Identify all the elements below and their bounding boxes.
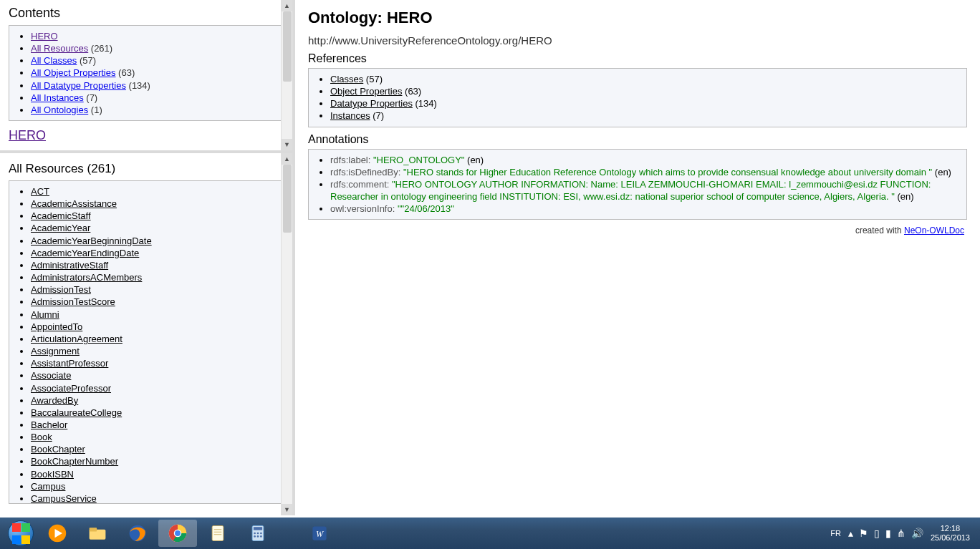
start-button[interactable] <box>4 520 37 547</box>
all-resources-heading: All Resources (261) <box>9 162 284 176</box>
resource-link[interactable]: BaccalaureateCollege <box>31 407 122 418</box>
svg-point-18 <box>254 535 256 538</box>
resource-link[interactable]: AdministrativeStaff <box>31 260 108 271</box>
annotation-value: "HERO stands for Higher Education Refere… <box>403 167 932 178</box>
svg-point-19 <box>257 535 259 538</box>
reference-item: Classes (57) <box>330 73 961 85</box>
resource-item: AcademicYearEndingDate <box>31 247 277 259</box>
reference-link[interactable]: Classes <box>330 74 363 84</box>
resource-item: AcademicYear <box>31 222 277 234</box>
media-player-icon[interactable] <box>38 520 77 547</box>
resource-link[interactable]: AppointedTo <box>31 321 82 332</box>
reference-link[interactable]: Object Properties <box>330 86 402 97</box>
resource-link[interactable]: BookISBN <box>31 469 74 480</box>
resource-link[interactable]: Alumni <box>31 309 59 320</box>
resource-link[interactable]: AcademicStaff <box>31 210 91 221</box>
resource-item: ACT <box>31 185 277 198</box>
firefox-icon[interactable] <box>118 520 157 547</box>
resource-item: BookChapter <box>31 443 277 455</box>
annotation-item: rdfs:label: "HERO_ONTOLOGY" (en) <box>330 154 961 166</box>
resource-item: BookISBN <box>31 468 277 480</box>
resource-item: Associate <box>31 369 277 382</box>
calculator-icon[interactable] <box>239 520 277 547</box>
annotation-lang: (en) <box>932 167 951 178</box>
resource-link[interactable]: AcademicYear <box>31 223 90 233</box>
resource-link[interactable]: AcademicYearEndingDate <box>31 248 139 258</box>
show-hidden-icon[interactable]: ▴ <box>848 528 853 539</box>
annotation-value: "HERO ONTOLOGY AUTHOR INFORMATION: Name:… <box>330 179 931 202</box>
clock[interactable]: 12:18 25/06/2013 <box>931 524 970 543</box>
contents-count: (57) <box>77 55 96 66</box>
resource-link[interactable]: ACT <box>31 186 49 197</box>
contents-item: All Ontologies (1) <box>31 104 277 116</box>
scroll-up-icon[interactable]: ▲ <box>282 153 293 165</box>
resource-link[interactable]: AssociateProfessor <box>31 383 111 394</box>
word-icon[interactable]: W <box>300 520 339 547</box>
flag-icon[interactable]: ⚑ <box>859 528 868 539</box>
resource-link[interactable]: Campus <box>31 481 65 492</box>
resource-item: AssociateProfessor <box>31 382 277 394</box>
contents-count: (134) <box>126 80 150 91</box>
resource-link[interactable]: Bachelor <box>31 419 67 430</box>
resource-link[interactable]: AdmissionTest <box>31 284 91 295</box>
scroll-down-icon[interactable]: ▼ <box>282 504 293 515</box>
scroll-up-icon[interactable]: ▲ <box>282 0 293 11</box>
resource-link[interactable]: CampusService <box>31 493 97 504</box>
network-icon[interactable]: ▮ <box>885 528 891 539</box>
notepad-icon[interactable] <box>198 520 237 547</box>
language-indicator[interactable]: FR <box>830 529 841 538</box>
contents-link[interactable]: All Object Properties <box>31 67 116 78</box>
resource-link[interactable]: Book <box>31 432 52 442</box>
contents-item: All Resources (261) <box>31 42 277 54</box>
resource-link[interactable]: AcademicYearBeginningDate <box>31 235 152 246</box>
annotations-heading: Annotations <box>308 133 967 146</box>
resource-link[interactable]: AdmissionTestScore <box>31 296 115 307</box>
resource-item: Book <box>31 431 277 443</box>
file-explorer-icon[interactable] <box>78 520 117 547</box>
resource-item: AppointedTo <box>31 321 277 333</box>
hero-heading-link[interactable]: HERO <box>9 128 284 143</box>
wifi-icon[interactable]: ⋔ <box>897 528 905 539</box>
reference-link[interactable]: Datatype Properties <box>330 98 413 109</box>
resource-item: Campus <box>31 480 277 492</box>
resource-link[interactable]: AcademicAssistance <box>31 198 117 209</box>
annotation-item: rdfs:comment: "HERO ONTOLOGY AUTHOR INFO… <box>330 178 961 203</box>
reference-count: (57) <box>363 74 383 84</box>
contents-link[interactable]: All Resources <box>31 43 88 54</box>
contents-item: All Classes (57) <box>31 54 277 67</box>
resource-link[interactable]: AdministratorsACMembers <box>31 272 142 283</box>
annotation-item: owl:versionInfo: ""24/06/2013" <box>330 203 961 215</box>
resource-link[interactable]: ArticulationAgreement <box>31 334 123 344</box>
scroll-down-icon[interactable]: ▼ <box>282 139 293 150</box>
chrome-icon[interactable] <box>158 520 197 547</box>
scrollbar[interactable]: ▲ ▼ <box>281 153 292 515</box>
reference-link[interactable]: Instances <box>330 110 370 121</box>
resource-link[interactable]: Associate <box>31 370 71 381</box>
annotation-value: ""24/06/2013" <box>398 203 454 214</box>
resource-link[interactable]: AwardedBy <box>31 395 78 406</box>
contents-link[interactable]: All Datatype Properties <box>31 80 126 91</box>
resource-link[interactable]: AssistantProfessor <box>31 358 108 369</box>
contents-count: (1) <box>88 105 102 115</box>
resource-link[interactable]: BookChapter <box>31 444 85 455</box>
svg-point-17 <box>260 533 262 535</box>
scrollbar[interactable]: ▲ ▼ <box>281 0 292 150</box>
resource-item: AcademicYearBeginningDate <box>31 235 277 247</box>
footer-link[interactable]: NeOn-OWLDoc <box>904 225 964 235</box>
contents-link[interactable]: All Ontologies <box>31 105 88 115</box>
resource-link[interactable]: BookChapterNumber <box>31 456 118 467</box>
resource-item: AdmissionTest <box>31 283 277 296</box>
contents-link[interactable]: All Instances <box>31 92 84 103</box>
resource-link[interactable]: Assignment <box>31 346 80 356</box>
contents-item: HERO <box>31 30 277 42</box>
resource-item: AcademicStaff <box>31 210 277 222</box>
resource-item: ArticulationAgreement <box>31 333 277 345</box>
annotation-property: owl:versionInfo: <box>330 203 398 214</box>
battery-icon[interactable]: ▯ <box>874 528 880 539</box>
svg-point-16 <box>257 533 259 535</box>
contents-item: All Object Properties (63) <box>31 67 277 79</box>
volume-icon[interactable]: 🔊 <box>911 528 923 539</box>
contents-link[interactable]: HERO <box>31 31 58 42</box>
footer: created with NeOn-OWLDoc <box>308 225 967 235</box>
contents-link[interactable]: All Classes <box>31 55 77 66</box>
